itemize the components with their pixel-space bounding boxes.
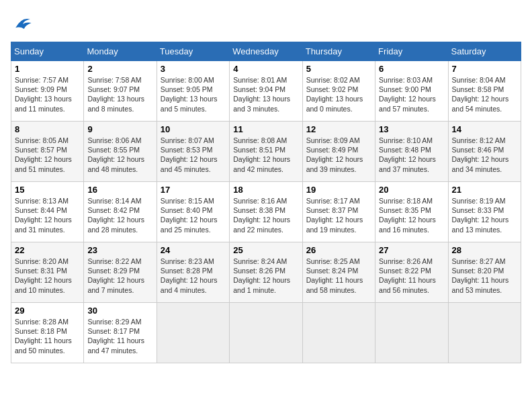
calendar-cell: 16 Sunrise: 8:14 AMSunset: 8:42 PMDaylig… [84, 182, 157, 242]
day-number: 27 [379, 245, 444, 255]
day-number: 10 [161, 124, 226, 134]
calendar-week-row: 15 Sunrise: 8:13 AMSunset: 8:44 PMDaylig… [11, 182, 521, 242]
day-number: 26 [306, 245, 371, 255]
day-number: 17 [161, 185, 226, 195]
day-number: 8 [15, 124, 80, 134]
day-number: 29 [15, 306, 80, 316]
logo-icon [11, 11, 35, 35]
weekday-header-wednesday: Wednesday [230, 42, 302, 61]
calendar-cell: 5 Sunrise: 8:02 AMSunset: 9:02 PMDayligh… [302, 61, 375, 122]
calendar-cell: 26 Sunrise: 8:25 AMSunset: 8:24 PMDaylig… [302, 242, 375, 303]
day-info: Sunrise: 8:05 AMSunset: 8:57 PMDaylight:… [15, 136, 80, 174]
day-info: Sunrise: 8:15 AMSunset: 8:40 PMDaylight:… [161, 196, 226, 234]
day-number: 3 [161, 64, 226, 74]
calendar-cell: 18 Sunrise: 8:16 AMSunset: 8:38 PMDaylig… [230, 182, 302, 242]
day-info: Sunrise: 8:08 AMSunset: 8:51 PMDaylight:… [233, 136, 298, 174]
day-info: Sunrise: 8:29 AMSunset: 8:17 PMDaylight:… [87, 317, 152, 355]
day-number: 15 [15, 185, 80, 195]
day-number: 25 [233, 245, 298, 255]
calendar-cell: 14 Sunrise: 8:12 AMSunset: 8:46 PMDaylig… [448, 122, 521, 182]
day-number: 28 [452, 245, 517, 255]
day-number: 11 [233, 124, 298, 134]
day-info: Sunrise: 8:12 AMSunset: 8:46 PMDaylight:… [452, 136, 517, 174]
weekday-header-saturday: Saturday [448, 42, 521, 61]
day-info: Sunrise: 8:10 AMSunset: 8:48 PMDaylight:… [379, 136, 444, 174]
day-number: 1 [15, 64, 80, 74]
calendar-cell [230, 303, 302, 363]
day-info: Sunrise: 8:22 AMSunset: 8:29 PMDaylight:… [87, 257, 152, 295]
day-info: Sunrise: 8:19 AMSunset: 8:33 PMDaylight:… [452, 196, 517, 234]
calendar-cell: 9 Sunrise: 8:06 AMSunset: 8:55 PMDayligh… [84, 122, 157, 182]
day-number: 13 [379, 124, 444, 134]
day-number: 7 [452, 64, 517, 74]
logo [11, 11, 38, 35]
calendar-cell [302, 303, 375, 363]
calendar-cell: 27 Sunrise: 8:26 AMSunset: 8:22 PMDaylig… [375, 242, 448, 303]
day-number: 6 [379, 64, 444, 74]
day-number: 4 [233, 64, 298, 74]
weekday-header-friday: Friday [375, 42, 448, 61]
calendar-cell [448, 303, 521, 363]
day-number: 30 [87, 306, 152, 316]
calendar-table: SundayMondayTuesdayWednesdayThursdayFrid… [11, 42, 521, 363]
day-info: Sunrise: 8:25 AMSunset: 8:24 PMDaylight:… [306, 257, 371, 295]
calendar-cell: 11 Sunrise: 8:08 AMSunset: 8:51 PMDaylig… [230, 122, 302, 182]
day-info: Sunrise: 8:13 AMSunset: 8:44 PMDaylight:… [15, 196, 80, 234]
calendar-cell: 15 Sunrise: 8:13 AMSunset: 8:44 PMDaylig… [11, 182, 84, 242]
day-info: Sunrise: 8:28 AMSunset: 8:18 PMDaylight:… [15, 317, 80, 355]
day-number: 21 [452, 185, 517, 195]
day-info: Sunrise: 8:01 AMSunset: 9:04 PMDaylight:… [233, 75, 298, 113]
calendar-cell: 10 Sunrise: 8:07 AMSunset: 8:53 PMDaylig… [157, 122, 229, 182]
calendar-cell: 13 Sunrise: 8:10 AMSunset: 8:48 PMDaylig… [375, 122, 448, 182]
day-number: 23 [87, 245, 152, 255]
day-number: 19 [306, 185, 371, 195]
day-number: 9 [87, 124, 152, 134]
calendar-cell: 19 Sunrise: 8:17 AMSunset: 8:37 PMDaylig… [302, 182, 375, 242]
day-info: Sunrise: 8:02 AMSunset: 9:02 PMDaylight:… [306, 75, 371, 113]
day-number: 12 [306, 124, 371, 134]
day-info: Sunrise: 8:23 AMSunset: 8:28 PMDaylight:… [161, 257, 226, 295]
day-number: 24 [161, 245, 226, 255]
calendar-cell: 12 Sunrise: 8:09 AMSunset: 8:49 PMDaylig… [302, 122, 375, 182]
calendar-cell: 3 Sunrise: 8:00 AMSunset: 9:05 PMDayligh… [157, 61, 229, 122]
day-info: Sunrise: 8:09 AMSunset: 8:49 PMDaylight:… [306, 136, 371, 174]
calendar-cell: 2 Sunrise: 7:58 AMSunset: 9:07 PMDayligh… [84, 61, 157, 122]
day-info: Sunrise: 8:04 AMSunset: 8:58 PMDaylight:… [452, 75, 517, 113]
weekday-header-monday: Monday [84, 42, 157, 61]
weekday-header-row: SundayMondayTuesdayWednesdayThursdayFrid… [11, 42, 521, 61]
day-info: Sunrise: 8:03 AMSunset: 9:00 PMDaylight:… [379, 75, 444, 113]
day-info: Sunrise: 8:14 AMSunset: 8:42 PMDaylight:… [87, 196, 152, 234]
day-info: Sunrise: 8:06 AMSunset: 8:55 PMDaylight:… [87, 136, 152, 174]
day-number: 2 [87, 64, 152, 74]
calendar-cell: 17 Sunrise: 8:15 AMSunset: 8:40 PMDaylig… [157, 182, 229, 242]
calendar-cell: 24 Sunrise: 8:23 AMSunset: 8:28 PMDaylig… [157, 242, 229, 303]
day-number: 18 [233, 185, 298, 195]
calendar-cell: 22 Sunrise: 8:20 AMSunset: 8:31 PMDaylig… [11, 242, 84, 303]
weekday-header-thursday: Thursday [302, 42, 375, 61]
day-info: Sunrise: 8:20 AMSunset: 8:31 PMDaylight:… [15, 257, 80, 295]
day-info: Sunrise: 8:18 AMSunset: 8:35 PMDaylight:… [379, 196, 444, 234]
calendar-week-row: 1 Sunrise: 7:57 AMSunset: 9:09 PMDayligh… [11, 61, 521, 122]
day-info: Sunrise: 7:58 AMSunset: 9:07 PMDaylight:… [87, 75, 152, 113]
day-number: 14 [452, 124, 517, 134]
page-header [11, 11, 521, 35]
weekday-header-tuesday: Tuesday [157, 42, 229, 61]
calendar-cell: 20 Sunrise: 8:18 AMSunset: 8:35 PMDaylig… [375, 182, 448, 242]
calendar-cell: 1 Sunrise: 7:57 AMSunset: 9:09 PMDayligh… [11, 61, 84, 122]
calendar-cell: 28 Sunrise: 8:27 AMSunset: 8:20 PMDaylig… [448, 242, 521, 303]
calendar-cell: 25 Sunrise: 8:24 AMSunset: 8:26 PMDaylig… [230, 242, 302, 303]
calendar-week-row: 22 Sunrise: 8:20 AMSunset: 8:31 PMDaylig… [11, 242, 521, 303]
calendar-cell: 29 Sunrise: 8:28 AMSunset: 8:18 PMDaylig… [11, 303, 84, 363]
calendar-cell: 6 Sunrise: 8:03 AMSunset: 9:00 PMDayligh… [375, 61, 448, 122]
calendar-cell [157, 303, 229, 363]
day-number: 5 [306, 64, 371, 74]
calendar-week-row: 29 Sunrise: 8:28 AMSunset: 8:18 PMDaylig… [11, 303, 521, 363]
calendar-cell: 30 Sunrise: 8:29 AMSunset: 8:17 PMDaylig… [84, 303, 157, 363]
weekday-header-sunday: Sunday [11, 42, 84, 61]
calendar-cell [375, 303, 448, 363]
calendar-cell: 21 Sunrise: 8:19 AMSunset: 8:33 PMDaylig… [448, 182, 521, 242]
day-info: Sunrise: 8:16 AMSunset: 8:38 PMDaylight:… [233, 196, 298, 234]
day-info: Sunrise: 8:24 AMSunset: 8:26 PMDaylight:… [233, 257, 298, 295]
day-info: Sunrise: 7:57 AMSunset: 9:09 PMDaylight:… [15, 75, 80, 113]
calendar-week-row: 8 Sunrise: 8:05 AMSunset: 8:57 PMDayligh… [11, 122, 521, 182]
